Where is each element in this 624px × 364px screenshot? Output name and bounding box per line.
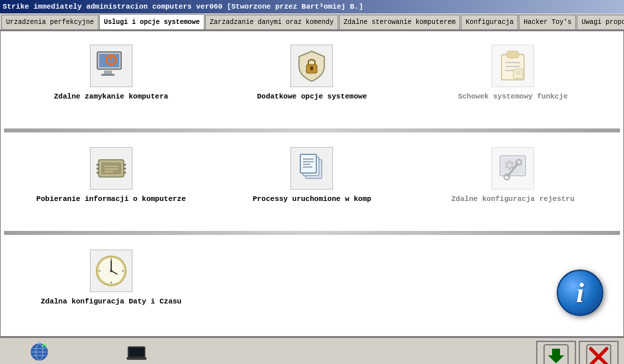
connection-status: Połączenie : Niepołączony: [87, 341, 186, 364]
tab-bar: Urzadzenia perfekcyjne Uslugi i opcje sy…: [0, 13, 624, 31]
svg-point-39: [507, 163, 511, 167]
svg-rect-3: [101, 74, 115, 76]
svg-rect-2: [104, 71, 112, 74]
svg-rect-18: [101, 162, 121, 174]
svg-rect-27: [123, 172, 126, 174]
main-content: Zdalne zamykanie komputera Dodatkowe opc…: [0, 31, 624, 337]
rejestr-icon-img: [491, 147, 534, 190]
icon-row-3: Zdalna konfiguracja Daty i Czasu: [1, 236, 623, 332]
icon-empty-1: [215, 243, 410, 312]
shutdown-label: Zdalne zamykanie komputera: [54, 92, 168, 100]
tab-uslugi[interactable]: Uslugi i opcje systemowe: [99, 14, 204, 29]
tab-urzadzenia[interactable]: Urzadzenia perfekcyjne: [1, 15, 99, 29]
datetime-icon-img: [90, 250, 133, 292]
svg-rect-30: [300, 154, 316, 173]
tab-konfiguracja[interactable]: Konfiguracja: [461, 15, 518, 29]
icon-opcje[interactable]: Dodatkowe opcje systemowe: [215, 38, 410, 107]
info-icon-img: [90, 147, 133, 190]
icon-datetime[interactable]: Zdalna konfiguracja Daty i Czasu: [14, 243, 208, 312]
svg-rect-8: [311, 68, 313, 71]
svg-point-44: [110, 270, 113, 272]
svg-rect-58: [127, 357, 147, 359]
schowek-label: Schowek systemowy funkcje: [458, 92, 568, 100]
svg-rect-25: [123, 164, 126, 166]
icon-shutdown[interactable]: Zdalne zamykanie komputera: [14, 38, 208, 107]
connection-icon: [126, 341, 147, 363]
processy-label: Processy uruchomione w komp: [252, 195, 371, 203]
icon-processy[interactable]: Processy uruchomione w komp: [215, 140, 410, 210]
info-help-button[interactable]: i: [557, 270, 603, 316]
opcje-icon-img: [290, 45, 333, 87]
svg-rect-23: [97, 168, 99, 170]
rejestr-label: Zdalne konfiguracja rejestru: [452, 195, 575, 203]
icon-row-1: Zdalne zamykanie komputera Dodatkowe opc…: [1, 31, 623, 127]
info-label: Pobieranie informacji o komputerze: [37, 195, 186, 203]
svg-rect-26: [123, 168, 126, 170]
datetime-label: Zdalna konfiguracja Daty i Czasu: [41, 297, 181, 305]
shutdown-icon-img: [90, 45, 133, 87]
status-bar: Internet : Online Połączenie : Niepołącz…: [0, 337, 624, 364]
status-buttons: [536, 341, 619, 365]
info-help-icon: i: [576, 277, 584, 309]
icon-info[interactable]: Pobieranie informacji o komputerze: [14, 140, 208, 210]
tab-uwagi[interactable]: Uwagi propozycje: [577, 15, 624, 29]
internet-status: Internet : Online: [5, 341, 73, 364]
svg-rect-24: [97, 172, 99, 174]
tab-zdalne[interactable]: Zdalne sterowanie komputerem: [339, 15, 460, 29]
icon-schowek[interactable]: Schowek systemowy funkcje: [416, 38, 610, 107]
icon-rejestr[interactable]: Zdalne konfiguracja rejestru: [416, 140, 610, 210]
opcje-label: Dodatkowe opcje systemowe: [257, 92, 367, 100]
tab-hacker[interactable]: Hacker Toy's: [519, 15, 576, 29]
schowek-icon-img: [491, 45, 534, 87]
internet-icon: [29, 341, 50, 363]
svg-rect-22: [97, 164, 99, 166]
row-separator-1: [4, 128, 620, 132]
row-separator-2: [4, 231, 620, 235]
title-text: Strike immediately administracion comput…: [3, 3, 363, 11]
download-button[interactable]: [536, 341, 576, 365]
svg-rect-10: [507, 51, 519, 58]
icon-row-2: Pobieranie informacji o komputerze Proce…: [1, 134, 623, 230]
close-button[interactable]: [579, 341, 619, 365]
tab-zarzadzanie[interactable]: Zarzadzanie danymi oraz komendy: [205, 15, 338, 29]
title-bar: Strike immediately administracion comput…: [0, 0, 624, 13]
svg-rect-57: [129, 348, 144, 357]
processy-icon-img: [290, 147, 333, 190]
